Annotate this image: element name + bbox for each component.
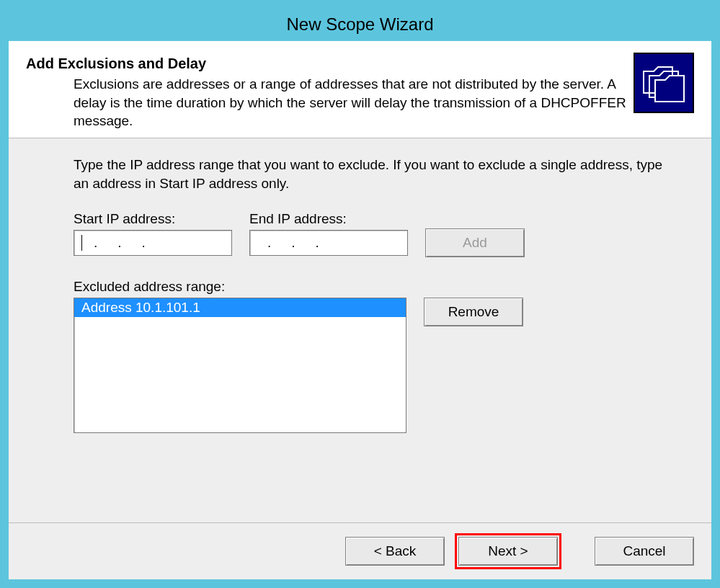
cancel-button[interactable]: Cancel [595, 537, 694, 566]
list-item[interactable]: Address 10.1.101.1 [74, 298, 406, 317]
remove-button[interactable]: Remove [424, 298, 523, 326]
back-button[interactable]: < Back [345, 537, 445, 566]
wizard-header: Add Exclusions and Delay Exclusions are … [9, 41, 711, 138]
window-title: New Scope Wizard [286, 14, 433, 35]
content-area: Type the IP address range that you want … [9, 138, 711, 522]
next-button[interactable]: Next > [458, 537, 558, 566]
title-bar: New Scope Wizard [9, 9, 711, 41]
wizard-window: New Scope Wizard Add Exclusions and Dela… [9, 9, 711, 579]
start-ip-label: Start IP address: [74, 211, 249, 227]
end-ip-label: End IP address: [249, 211, 425, 227]
page-title: Add Exclusions and Delay [26, 55, 694, 72]
add-button[interactable]: Add [425, 228, 525, 257]
excluded-range-label: Excluded address range: [74, 279, 694, 295]
start-ip-input[interactable]: ... [74, 230, 232, 256]
wizard-footer: < Back Next > Cancel [9, 522, 711, 579]
next-button-highlight: Next > [455, 533, 561, 569]
folder-stack-icon [634, 53, 694, 113]
instructions-text: Type the IP address range that you want … [74, 156, 665, 192]
end-ip-input[interactable]: ... [249, 230, 408, 256]
page-subtitle: Exclusions are addresses or a range of a… [74, 75, 628, 130]
excluded-range-listbox[interactable]: Address 10.1.101.1 [74, 298, 406, 433]
wizard-body: Add Exclusions and Delay Exclusions are … [9, 41, 711, 579]
